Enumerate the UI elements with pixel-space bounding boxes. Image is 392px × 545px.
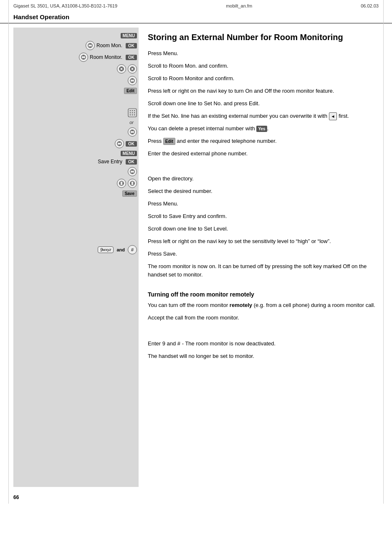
navi-lr-icon-1a xyxy=(117,64,126,74)
left-nine-hash: 9wxyz and # xyxy=(13,244,139,256)
page-header: Gigaset SL 3501, USA, A31008-L350-B102-1… xyxy=(0,0,392,12)
room-mon-label: Room Mon. xyxy=(96,43,122,48)
navi-scroll-icon-5 xyxy=(115,139,124,148)
left-edit: Edit xyxy=(13,86,139,95)
svg-point-12 xyxy=(130,114,131,115)
nine-icon: 9wxyz xyxy=(98,246,114,253)
main-heading: Storing an External Number for Room Moni… xyxy=(148,32,379,43)
ok-badge-4: OK xyxy=(126,159,137,165)
navi-lr-icon-1b xyxy=(128,64,137,74)
backspace-icon: ◄ xyxy=(329,112,337,120)
instruction-6: If the Set No. line has an existing exte… xyxy=(148,112,379,121)
instruction-text-4: Press left or right on the navi key to t… xyxy=(148,87,379,95)
main-content: MENU Room Mon. OK xyxy=(0,28,392,487)
left-menu-2: MENU xyxy=(13,150,139,157)
left-or: or xyxy=(13,119,139,126)
left-navi-scroll-3 xyxy=(13,166,139,177)
instruction-text-11: Open the directory. xyxy=(148,175,379,183)
instruction-3: Scroll to Room Monitor and confirm. xyxy=(148,74,379,84)
instruction-15: Scroll down one line to Set Level. xyxy=(148,225,379,234)
instruction-text-3: Scroll to Room Monitor and confirm. xyxy=(148,74,379,83)
remote-line-1: You can turn off the room monitor remote… xyxy=(148,301,379,310)
remote-text-2: Accept the call from the room monitor. xyxy=(148,314,379,322)
left-room-mon: Room Mon. OK xyxy=(13,40,139,51)
svg-point-13 xyxy=(132,114,133,115)
svg-point-8 xyxy=(134,110,135,111)
instruction-11: Open the directory. xyxy=(148,175,379,184)
instruction-8: Press Edit and enter the required teleph… xyxy=(148,137,379,146)
save-entry-label: Save Entry xyxy=(98,159,122,165)
remote-line-2: Accept the call from the room monitor. xyxy=(148,314,379,323)
instruction-text-17: Press Save. xyxy=(148,250,379,258)
instruction-text-12: Select the desired number. xyxy=(148,187,379,195)
navi-lr-icon-2b xyxy=(128,179,137,188)
instruction-2: Scroll to Room Mon. and confirm. xyxy=(148,62,379,71)
section-title: Handset Operation xyxy=(0,12,392,23)
remote-text-4: The handset will no longer be set to mon… xyxy=(148,352,379,360)
edit-badge: Edit xyxy=(124,88,137,94)
instruction-text-8: Press Edit and enter the required teleph… xyxy=(148,137,379,145)
instruction-13: Press Menu. xyxy=(148,200,379,209)
instruction-14: Scroll to Save Entry and confirm. xyxy=(148,212,379,221)
instruction-7: You can delete a preset internal number … xyxy=(148,124,379,134)
svg-point-11 xyxy=(134,112,135,113)
remote-line-3: Enter 9 and # - The room monitor is now … xyxy=(148,340,379,349)
instruction-16: Press left or right on the navi key to s… xyxy=(148,237,379,246)
room-monitor-label: Room Monitor. xyxy=(90,54,122,60)
instruction-10 xyxy=(148,162,379,171)
instruction-text-15: Scroll down one line to Set Level. xyxy=(148,225,379,233)
navi-scroll-icon-2 xyxy=(79,53,88,62)
instruction-1: Press Menu. xyxy=(148,49,379,58)
remote-section-title: Turning off the room monitor remotely xyxy=(148,291,379,298)
keypad-icon xyxy=(128,108,137,117)
hash-icon: # xyxy=(128,245,137,254)
navi-scroll-icon-3 xyxy=(128,76,137,85)
left-navi-lr-1 xyxy=(13,63,139,75)
remote-line-4: The handset will no longer be set to mon… xyxy=(148,352,379,361)
instruction-text-5: Scroll down one line to Set No. and pres… xyxy=(148,99,379,108)
or-text: or xyxy=(129,120,137,125)
instruction-text-2: Scroll to Room Mon. and confirm. xyxy=(148,62,379,70)
svg-point-14 xyxy=(134,114,135,115)
instruction-text-13: Press Menu. xyxy=(148,200,379,208)
instruction-text-16: Press left or right on the navi key to s… xyxy=(148,237,379,246)
svg-point-7 xyxy=(132,110,133,111)
instruction-18: The room monitor is now on. It can be tu… xyxy=(148,262,379,279)
svg-point-10 xyxy=(132,112,133,113)
and-text: and xyxy=(116,247,125,252)
left-save-entry: Save Entry OK xyxy=(13,157,139,166)
header-right: 06.02.03 xyxy=(361,3,379,8)
instruction-text-14: Scroll to Save Entry and confirm. xyxy=(148,212,379,221)
left-navi-lr-2 xyxy=(13,177,139,189)
navi-scroll-icon-6 xyxy=(128,167,137,176)
page-number: 66 xyxy=(13,494,19,500)
instruction-text-6: If the Set No. line has an existing exte… xyxy=(148,112,379,120)
instruction-12: Select the desired number. xyxy=(148,187,379,196)
right-panel: Storing an External Number for Room Moni… xyxy=(139,28,379,487)
svg-point-9 xyxy=(130,112,131,113)
header-center: mobilt_an.fm xyxy=(226,3,252,8)
ok-badge-3: OK xyxy=(126,141,137,147)
instruction-17: Press Save. xyxy=(148,250,379,259)
page-footer: 66 xyxy=(0,491,392,504)
instruction-text-1: Press Menu. xyxy=(148,49,379,58)
left-menu-1: MENU xyxy=(13,32,139,40)
ok-badge-1: OK xyxy=(126,43,137,48)
navi-scroll-icon-4 xyxy=(128,127,137,137)
left-navi-scroll-1 xyxy=(13,75,139,86)
instruction-text-9: Enter the desired external phone number. xyxy=(148,150,379,158)
instruction-5: Scroll down one line to Set No. and pres… xyxy=(148,99,379,109)
remote-text-3: Enter 9 and # - The room monitor is now … xyxy=(148,340,379,348)
remote-text-1: You can turn off the room monitor remote… xyxy=(148,301,379,309)
navi-scroll-icon-1 xyxy=(86,41,95,50)
header-left: Gigaset SL 3501, USA, A31008-L350-B102-1… xyxy=(13,3,117,8)
left-navi-ok: OK xyxy=(13,138,139,150)
menu-badge-2: MENU xyxy=(121,151,137,156)
edit-inline-badge: Edit xyxy=(163,138,175,145)
left-room-monitor: Room Monitor. OK xyxy=(13,51,139,63)
navi-lr-icon-2a xyxy=(117,179,126,188)
instruction-9: Enter the desired external phone number. xyxy=(148,150,379,159)
svg-point-6 xyxy=(130,110,131,111)
instruction-4: Press left or right on the navi key to t… xyxy=(148,87,379,96)
ok-badge-2: OK xyxy=(126,55,137,60)
